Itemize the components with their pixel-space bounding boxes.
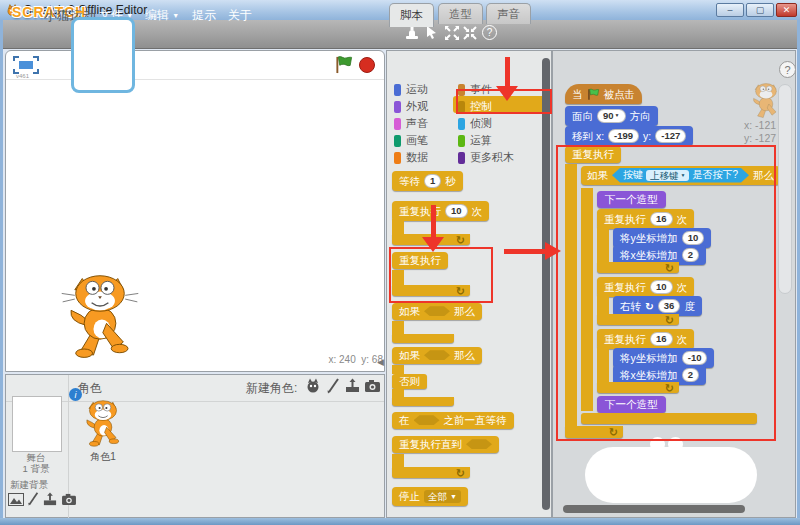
- stage-thumbnail[interactable]: [12, 396, 62, 452]
- block-if-bottom[interactable]: [392, 334, 454, 343]
- window-bottom-border: [0, 518, 800, 525]
- upload-backdrop-icon[interactable]: [42, 492, 58, 507]
- stage-header: [6, 51, 384, 80]
- category-sound[interactable]: 声音: [394, 116, 428, 131]
- scripts-h-scrollbar[interactable]: [563, 505, 745, 513]
- minimize-button[interactable]: ‒: [716, 3, 744, 17]
- stop-dropdown[interactable]: 全部▼: [424, 490, 461, 503]
- block-if-else-middle[interactable]: 否则: [392, 374, 427, 389]
- script-go-to-xy[interactable]: 移到 x:-199 y:-127: [565, 126, 693, 146]
- close-button[interactable]: ✕: [776, 3, 797, 17]
- sprite-info-badge[interactable]: i: [69, 388, 82, 401]
- boolean-slot: [424, 306, 450, 316]
- menu-tips[interactable]: 提示: [192, 7, 216, 24]
- palette-collapse-arrow[interactable]: ◀: [377, 357, 384, 367]
- stage-backdrop-count: 1 背景: [12, 463, 60, 476]
- boolean-slot: [466, 439, 492, 449]
- boolean-slot: [414, 415, 440, 425]
- category-data[interactable]: 数据: [394, 150, 428, 165]
- scripts-v-scrollbar[interactable]: [778, 84, 792, 294]
- block-wait-until[interactable]: 在之前一直等待: [392, 412, 514, 429]
- block-if-else-bottom[interactable]: [392, 397, 454, 406]
- category-operators[interactable]: 运算: [458, 133, 492, 148]
- menu-caret-icon: ▼: [172, 12, 179, 19]
- tab-costumes[interactable]: 造型: [438, 3, 483, 24]
- boolean-slot: [424, 350, 450, 360]
- category-pen[interactable]: 画笔: [394, 133, 428, 148]
- annotation-arrow-control: [505, 57, 510, 87]
- dropdown-caret-icon: ▼: [615, 113, 620, 118]
- tab-sounds[interactable]: 声音: [486, 3, 531, 24]
- sprite-library-icon[interactable]: [305, 378, 321, 394]
- block-stop[interactable]: 停止 全部▼: [392, 487, 468, 506]
- erased-watermark: [585, 447, 757, 503]
- upload-sprite-icon[interactable]: [344, 378, 361, 394]
- stop-button[interactable]: [359, 57, 375, 73]
- category-looks[interactable]: 外观: [394, 99, 428, 114]
- grow-cursor-icon[interactable]: [424, 25, 440, 41]
- annotation-arrowhead: [422, 237, 444, 252]
- green-flag-icon[interactable]: [334, 55, 354, 74]
- stage-cat-sprite[interactable]: [58, 266, 142, 362]
- camera-backdrop-icon[interactable]: [61, 493, 77, 506]
- annotation-arrowhead: [496, 86, 518, 101]
- script-point-in-direction[interactable]: 面向 90▼ 方向: [565, 106, 658, 126]
- version-tag: v461: [16, 73, 29, 79]
- annotation-rect-forever-palette: [389, 247, 493, 303]
- block-if-else[interactable]: 如果那么: [392, 347, 482, 364]
- camera-sprite-icon[interactable]: [364, 379, 381, 393]
- palette-scrollbar[interactable]: [542, 58, 550, 510]
- annotation-arrow-script: [504, 249, 546, 254]
- green-flag-icon: [587, 88, 600, 101]
- direction-dropdown[interactable]: 90▼: [597, 109, 626, 123]
- scratch-editor-window: Scratch 2 Offline Editor ‒ ▢ ✕ SCRATCH 文…: [0, 0, 800, 525]
- sprite-thumb-cat: [78, 396, 128, 448]
- script-hat-when-flag-clicked[interactable]: 当 被点击: [565, 84, 642, 104]
- menu-edit[interactable]: 编辑 ▼: [145, 7, 179, 24]
- block-wait[interactable]: 等待1秒: [392, 171, 463, 191]
- help-button[interactable]: ?: [779, 61, 796, 78]
- tab-scripts[interactable]: 脚本: [389, 3, 434, 27]
- shrink-sprite-icon[interactable]: [462, 25, 478, 41]
- category-sensing[interactable]: 侦测: [458, 116, 492, 131]
- maximize-button[interactable]: ▢: [746, 3, 774, 17]
- grow-sprite-icon[interactable]: [444, 25, 460, 41]
- block-repeat[interactable]: 重复执行10次: [392, 201, 489, 221]
- new-sprite-label: 新建角色:: [246, 380, 297, 397]
- duplicate-stamp-icon[interactable]: [404, 25, 420, 41]
- category-more-blocks[interactable]: 更多积木: [458, 150, 514, 165]
- block-help-icon[interactable]: ?: [482, 25, 497, 40]
- sprite-thumbnail-selected[interactable]: [71, 17, 135, 93]
- block-if[interactable]: 如果那么: [392, 303, 482, 320]
- sprite-name-label: 角色1: [71, 450, 135, 464]
- annotation-rect-script-loop: [556, 145, 776, 441]
- block-repeat-until-bottom[interactable]: ↻: [392, 467, 470, 478]
- fullscreen-icon[interactable]: [13, 56, 39, 74]
- dropdown-caret-icon: ▼: [450, 493, 457, 500]
- sprite-x-readout: x: -121: [744, 119, 776, 131]
- paint-new-sprite-icon[interactable]: [326, 377, 341, 394]
- window-left-border: [0, 20, 3, 518]
- menu-about[interactable]: 关于: [228, 7, 252, 24]
- sprite-y-readout: y: -127: [744, 132, 776, 144]
- backdrop-library-icon[interactable]: [8, 493, 24, 506]
- category-motion[interactable]: 运动: [394, 82, 428, 97]
- block-repeat-until[interactable]: 重复执行直到: [392, 436, 499, 453]
- paint-backdrop-icon[interactable]: [27, 491, 40, 506]
- annotation-arrow-forever: [431, 205, 436, 238]
